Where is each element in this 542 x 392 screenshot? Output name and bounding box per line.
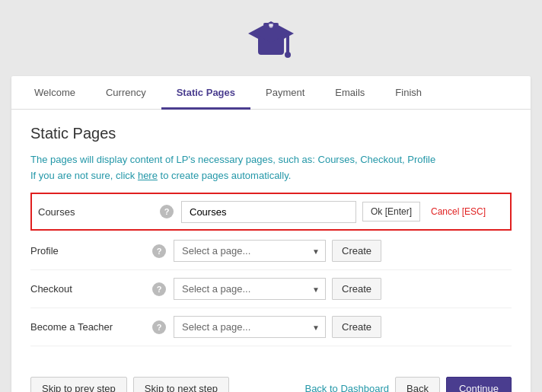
become-teacher-row: Become a Teacher ? Select a page... ▼ Cr…: [30, 308, 512, 346]
profile-row: Profile ? Select a page... ▼ Create: [30, 232, 512, 270]
form-section: Courses ? Ok [Enter] Cancel [ESC] Profil…: [30, 193, 512, 346]
checkout-select-wrapper: Select a page... ▼: [174, 278, 326, 300]
courses-input[interactable]: [181, 201, 356, 223]
tab-welcome[interactable]: Welcome: [19, 76, 91, 109]
checkout-help-icon[interactable]: ?: [152, 282, 166, 296]
logo-icon: [244, 15, 298, 65]
continue-button[interactable]: Continue: [446, 377, 512, 392]
tab-static-pages[interactable]: Static Pages: [161, 76, 250, 109]
wizard-tabs: Welcome Currency Static Pages Payment Em…: [11, 76, 531, 110]
become-teacher-select[interactable]: Select a page...: [174, 316, 326, 338]
checkout-label: Checkout: [30, 283, 152, 295]
profile-help-icon[interactable]: ?: [152, 244, 166, 258]
page-content: Static Pages The pages will display cont…: [11, 110, 531, 362]
info-text-2: If you are not sure, click here to creat…: [30, 170, 512, 181]
page-title: Static Pages: [30, 125, 512, 142]
courses-label: Courses: [38, 206, 160, 218]
courses-help-icon[interactable]: ?: [160, 205, 174, 218]
tab-finish[interactable]: Finish: [380, 76, 437, 109]
profile-control: Select a page... ▼ Create: [174, 240, 512, 262]
footer-left: Skip to prev step Skip to next step: [30, 377, 229, 392]
footer-bar: Skip to prev step Skip to next step Back…: [11, 362, 531, 392]
become-teacher-control: Select a page... ▼ Create: [174, 316, 512, 338]
courses-control: Ok [Enter] Cancel [ESC]: [181, 201, 504, 223]
checkout-select[interactable]: Select a page...: [174, 278, 326, 300]
info-text-1: The pages will display content of LP's n…: [30, 154, 512, 165]
become-teacher-label: Become a Teacher: [30, 321, 152, 333]
courses-ok-button[interactable]: Ok [Enter]: [362, 202, 420, 221]
back-to-dashboard-link[interactable]: Back to Dashboard: [304, 383, 389, 392]
checkout-row: Checkout ? Select a page... ▼ Create: [30, 270, 512, 308]
checkout-create-button[interactable]: Create: [332, 278, 381, 300]
become-teacher-select-wrapper: Select a page... ▼: [174, 316, 326, 338]
become-teacher-create-button[interactable]: Create: [332, 316, 381, 338]
svg-point-4: [285, 52, 291, 58]
tab-payment[interactable]: Payment: [250, 76, 320, 109]
skip-prev-button[interactable]: Skip to prev step: [30, 377, 127, 392]
profile-select-wrapper: Select a page... ▼: [174, 240, 326, 262]
svg-point-5: [269, 24, 273, 28]
courses-row: Courses ? Ok [Enter] Cancel [ESC]: [30, 193, 512, 231]
back-button[interactable]: Back: [395, 377, 440, 392]
footer-right: Back to Dashboard Back Continue: [304, 377, 512, 392]
courses-cancel-button[interactable]: Cancel [ESC]: [426, 202, 490, 221]
svg-rect-3: [286, 33, 289, 54]
profile-label: Profile: [30, 245, 152, 257]
checkout-control: Select a page... ▼ Create: [174, 278, 512, 300]
skip-next-button[interactable]: Skip to next step: [133, 377, 229, 392]
profile-select[interactable]: Select a page...: [174, 240, 326, 262]
auto-create-link[interactable]: here: [138, 170, 158, 181]
profile-create-button[interactable]: Create: [332, 240, 381, 262]
logo-area: [0, 0, 542, 76]
tab-currency[interactable]: Currency: [91, 76, 161, 109]
tab-emails[interactable]: Emails: [320, 76, 380, 109]
main-card: Welcome Currency Static Pages Payment Em…: [11, 76, 531, 392]
become-teacher-help-icon[interactable]: ?: [152, 320, 166, 334]
